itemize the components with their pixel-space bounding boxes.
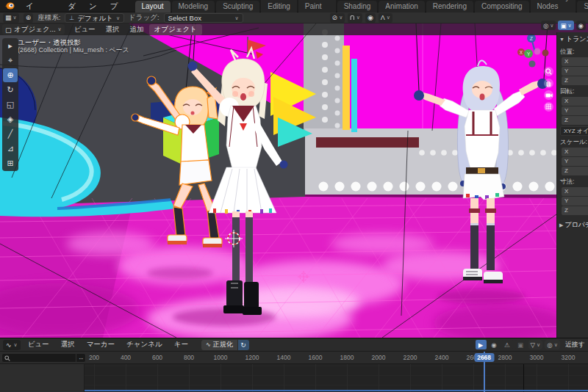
transform-panel-header[interactable]: ▼トランスフ	[557, 32, 588, 46]
scale-tool[interactable]: ◱	[3, 98, 18, 112]
proportional-edit-icon[interactable]: ◉	[365, 13, 376, 23]
curve-canvas[interactable]	[85, 364, 588, 392]
field-位置-Y[interactable]: Y	[562, 67, 588, 76]
select-box-tool[interactable]: ▸	[3, 39, 18, 53]
ruler-tick-3200: 3200	[562, 354, 576, 361]
workspace-tab-scripting[interactable]: Scripting	[577, 1, 588, 12]
workspace-tab-texture-paint[interactable]: Texture Paint	[298, 0, 336, 12]
workspace-tab-modeling[interactable]: Modeling	[172, 1, 215, 12]
viewport-menus: ビュー選択追加オブジェクト	[69, 24, 202, 35]
field-位置-Z[interactable]: Z	[562, 76, 588, 85]
field-スケール-X[interactable]: X	[562, 148, 588, 156]
rotation-mode-dropdown[interactable]: XYZ オイラ	[560, 126, 588, 136]
proportional-dropdown[interactable]: ◎∨	[545, 340, 560, 349]
workspace-tab-animation[interactable]: Animation	[379, 1, 424, 12]
rotate-tool[interactable]: ↻	[3, 83, 18, 97]
workspace-tab-sculpting[interactable]: Sculpting	[216, 1, 259, 12]
frame-ruler[interactable]: 2004006008001000120014001600180020002200…	[0, 352, 588, 364]
gizmo-y-label: Y	[527, 51, 531, 57]
orientation-globe-icon[interactable]: ⊘∨	[330, 13, 345, 23]
falloff-curve-icon[interactable]: Λ∨	[379, 13, 392, 23]
viewport-3d[interactable]: ▢ オブジェク...∨ ビュー選択追加オブジェクト ユーザー・透視投影 (266…	[0, 23, 588, 338]
ruler-tick-600: 600	[152, 354, 162, 361]
add-cube-tool[interactable]: ⊞	[3, 156, 18, 170]
top-menu-bar: ファイル編集レンダーウィンドウヘルプ LayoutModelingSculpti…	[0, 0, 588, 12]
editor-type-dropdown[interactable]: ∿∨	[3, 340, 21, 350]
field-回転-Z[interactable]: Z	[562, 116, 588, 125]
properties-panel-header[interactable]: ▶プロパテ	[557, 218, 588, 231]
field-寸法-X[interactable]: X	[562, 187, 588, 196]
graph-menu-3[interactable]: チャンネル	[121, 340, 168, 349]
zoom-icon[interactable]	[544, 67, 553, 76]
shading-sphere-button[interactable]: ◉	[576, 21, 586, 30]
workspace-tab-compositing[interactable]: Compositing	[475, 1, 529, 12]
window-icon[interactable]: ▣	[515, 340, 526, 349]
normalize-toggle[interactable]: ∿正規化	[201, 340, 237, 350]
ruler-tick-1800: 1800	[340, 354, 354, 361]
auto-refresh-button[interactable]: ↻	[237, 340, 249, 350]
field-回転-X[interactable]: X	[562, 97, 588, 106]
blender-logo-icon[interactable]	[4, 1, 15, 10]
graph-menu-4[interactable]: キー	[168, 340, 194, 349]
sidebar-n-panel: ▼トランスフ 位置:XYZ回転:XYZXYZ オイラスケール:XYZ寸法:XYZ…	[556, 32, 588, 338]
timeline-area[interactable]: 2004006008001000120014001600180020002200…	[0, 352, 588, 392]
measure-tool[interactable]: ⊿	[3, 142, 18, 156]
expand-arrows-icon[interactable]: ↔	[76, 353, 86, 363]
active-tool-dropdown[interactable]: ▦∨	[3, 13, 19, 23]
viewport-nav-buttons	[544, 67, 553, 112]
workspace-tab-shading[interactable]: Shading	[337, 1, 378, 12]
ghost-icon[interactable]: ◉	[489, 340, 500, 349]
transform-tool[interactable]: ◈	[3, 112, 18, 126]
snap-magnet-icon[interactable]: U∨	[348, 13, 362, 23]
workspace-tab-geometry-nodes[interactable]: Geometry Nodes	[531, 0, 576, 12]
workspace-tab-layout[interactable]: Layout	[135, 1, 171, 12]
move-gizmo-icon[interactable]: ⊕	[24, 13, 34, 23]
field-スケール-Z[interactable]: Z	[562, 167, 588, 175]
ruler-tick-800: 800	[184, 354, 194, 361]
tool-grid-icon: ▦	[5, 14, 12, 21]
viewport-menu-2[interactable]: 追加	[125, 24, 149, 35]
field-寸法-Z[interactable]: Z	[562, 206, 588, 215]
field-スケール-Y[interactable]: Y	[562, 157, 588, 166]
mode-dropdown[interactable]: ▢ オブジェク...∨	[2, 24, 65, 35]
pan-hand-icon[interactable]	[544, 79, 553, 88]
move-tool[interactable]: ⊕	[3, 68, 18, 82]
field-寸法-Y[interactable]: Y	[562, 197, 588, 206]
view-perspective-label: ユーザー・透視投影	[18, 38, 129, 46]
graph-menu-1[interactable]: 選択	[55, 340, 81, 349]
tool-settings-bar: ▦∨ ⊕ 座標系: ⊥デフォルト∨ ドラッグ: Select Box∨ ⊘∨ U…	[0, 12, 588, 23]
overlays-toggle-button[interactable]: ▣∨	[558, 21, 573, 30]
truncated-option-label[interactable]: 近接す	[565, 340, 585, 349]
ortho-grid-icon[interactable]	[544, 102, 553, 112]
drag-tool-dropdown[interactable]: Select Box∨	[164, 13, 243, 23]
channel-search-box[interactable]	[1, 353, 76, 363]
graph-menu-0[interactable]: ビュー	[22, 340, 55, 349]
field-位置-X[interactable]: X	[562, 57, 588, 66]
navigation-gizmo[interactable]: Z X Y	[517, 32, 556, 70]
field-回転-Y[interactable]: Y	[562, 106, 588, 115]
graph-menu-2[interactable]: マーカー	[81, 340, 121, 349]
camera-view-icon[interactable]	[544, 90, 553, 100]
ruler-tick-3000: 3000	[530, 354, 544, 361]
viewport-toolbar: ▸⌖⊕↻◱◈╱⊿⊞	[2, 38, 18, 171]
workspace-tab-rendering[interactable]: Rendering	[426, 1, 473, 12]
ruler-tick-1400: 1400	[277, 354, 291, 361]
workspace-tab-uv-editing[interactable]: UV Editing	[261, 0, 297, 12]
ruler-tick-1600: 1600	[309, 354, 323, 361]
gizmos-dropdown-button[interactable]: ◎∨	[541, 21, 556, 30]
current-frame-badge[interactable]: 2668	[474, 353, 494, 362]
warning-icon[interactable]: ⚠	[502, 340, 513, 349]
viewport-menu-1[interactable]: 選択	[101, 24, 125, 35]
viewport-menu-3[interactable]: オブジェクト	[149, 24, 202, 35]
tweak-cursor-icon[interactable]: ▶	[476, 340, 487, 349]
active-object-label: (2668) Collection | Miu_mesh : ベース	[18, 46, 129, 54]
filter-dropdown[interactable]: ▽∨	[528, 340, 543, 349]
section-label-2: スケール:	[560, 138, 588, 147]
annotate-tool[interactable]: ╱	[3, 127, 18, 141]
viewport-menu-0[interactable]: ビュー	[69, 24, 101, 35]
cursor-tool[interactable]: ⌖	[3, 54, 18, 68]
orientation-dropdown[interactable]: ⊥デフォルト∨	[65, 13, 124, 23]
graph-editor: ∿∨ ビュー選択マーカーチャンネルキー ∿正規化 ↻ ▶ ◉ ⚠ ▣ ▽∨ ◎∨…	[0, 338, 588, 392]
channel-search-input[interactable]	[12, 355, 71, 362]
viewport-scene[interactable]	[0, 23, 588, 338]
